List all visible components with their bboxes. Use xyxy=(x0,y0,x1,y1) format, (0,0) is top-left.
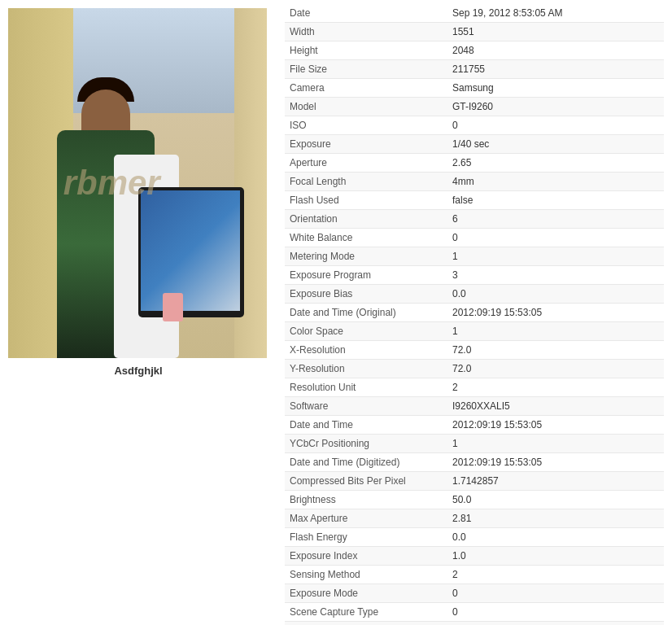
metadata-value: 1.7142857 xyxy=(447,472,664,491)
metadata-value: 0.0 xyxy=(447,528,664,547)
table-row: Resolution Unit2 xyxy=(285,378,664,397)
metadata-label: Exposure Program xyxy=(285,266,447,285)
table-row: Exposure Index1.0 xyxy=(285,547,664,566)
metadata-value: 2 xyxy=(447,378,664,397)
metadata-value: 211755 xyxy=(447,60,664,79)
metadata-label: Date xyxy=(285,4,447,23)
metadata-label: Height xyxy=(285,42,447,60)
metadata-value: 72.0 xyxy=(447,341,664,360)
metadata-value: 4mm xyxy=(447,173,664,191)
table-row: Exposure1/40 sec xyxy=(285,135,664,154)
metadata-label: Date and Time (Digitized) xyxy=(285,453,447,472)
metadata-label: ISO xyxy=(285,116,447,135)
metadata-label: Max Aperture xyxy=(285,509,447,528)
table-row: SoftwareI9260XXALI5 xyxy=(285,397,664,416)
left-panel: rbmer Asdfghjkl xyxy=(0,0,277,625)
table-row: Date and Time (Digitized)2012:09:19 15:5… xyxy=(285,453,664,472)
metadata-label: Flash Used xyxy=(285,191,447,210)
table-row: Date and Time (Original)2012:09:19 15:53… xyxy=(285,304,664,322)
metadata-label: White Balance xyxy=(285,229,447,247)
table-row: Orientation6 xyxy=(285,210,664,229)
table-row: DateSep 19, 2012 8:53:05 AM xyxy=(285,4,664,23)
metadata-value: 1 xyxy=(447,247,664,266)
table-row: Max Aperture2.81 xyxy=(285,509,664,528)
table-row: Y-Resolution72.0 xyxy=(285,360,664,378)
metadata-value: GT-I9260 xyxy=(447,98,664,116)
metadata-label: Exposure Mode xyxy=(285,584,447,603)
metadata-value: 2.81 xyxy=(447,509,664,528)
metadata-value: 1.0 xyxy=(447,547,664,566)
photo-placeholder: rbmer xyxy=(8,8,267,358)
table-row: Date and Time2012:09:19 15:53:05 xyxy=(285,416,664,435)
metadata-label: YCbCr Positioning xyxy=(285,435,447,453)
metadata-value: 0 xyxy=(447,116,664,135)
metadata-label: Resolution Unit xyxy=(285,378,447,397)
metadata-label: Orientation xyxy=(285,210,447,229)
table-row: Scene Capture Type0 xyxy=(285,603,664,622)
metadata-value: 6 xyxy=(447,210,664,229)
table-row: ModelGT-I9260 xyxy=(285,98,664,116)
metadata-label: Exposure xyxy=(285,135,447,154)
metadata-value: 2012:09:19 15:53:05 xyxy=(447,416,664,435)
table-row: Metering Mode1 xyxy=(285,247,664,266)
metadata-value: 50.0 xyxy=(447,491,664,509)
metadata-label: Exposure Index xyxy=(285,547,447,566)
right-panel: DateSep 19, 2012 8:53:05 AMWidth1551Heig… xyxy=(277,0,672,625)
table-row: X-Resolution72.0 xyxy=(285,341,664,360)
metadata-label: Compressed Bits Per Pixel xyxy=(285,472,447,491)
metadata-value: 2048 xyxy=(447,42,664,60)
table-row: YCbCr Positioning1 xyxy=(285,435,664,453)
table-row: Brightness50.0 xyxy=(285,491,664,509)
metadata-value: 2 xyxy=(447,566,664,584)
table-row: Color Space1 xyxy=(285,322,664,341)
metadata-label: Date and Time (Original) xyxy=(285,304,447,322)
metadata-value: 1 xyxy=(447,435,664,453)
table-row: Contrast0 xyxy=(285,622,664,626)
metadata-value: 1 xyxy=(447,322,664,341)
metadata-value: 3 xyxy=(447,266,664,285)
table-row: Aperture2.65 xyxy=(285,154,664,173)
table-row: CameraSamsung xyxy=(285,79,664,98)
table-row: Focal Length4mm xyxy=(285,173,664,191)
metadata-label: Focal Length xyxy=(285,173,447,191)
metadata-label: Y-Resolution xyxy=(285,360,447,378)
metadata-value: 1551 xyxy=(447,23,664,42)
metadata-value: false xyxy=(447,191,664,210)
table-row: Flash Energy0.0 xyxy=(285,528,664,547)
metadata-label: File Size xyxy=(285,60,447,79)
table-row: White Balance0 xyxy=(285,229,664,247)
table-row: Exposure Program3 xyxy=(285,266,664,285)
table-row: ISO0 xyxy=(285,116,664,135)
metadata-label: Scene Capture Type xyxy=(285,603,447,622)
metadata-label: Date and Time xyxy=(285,416,447,435)
table-row: Exposure Bias0.0 xyxy=(285,285,664,304)
metadata-value: 0 xyxy=(447,584,664,603)
table-row: Height2048 xyxy=(285,42,664,60)
metadata-label: Exposure Bias xyxy=(285,285,447,304)
metadata-label: Flash Energy xyxy=(285,528,447,547)
metadata-value: 2012:09:19 15:53:05 xyxy=(447,304,664,322)
metadata-label: Software xyxy=(285,397,447,416)
metadata-value: 0 xyxy=(447,229,664,247)
metadata-label: Model xyxy=(285,98,447,116)
table-row: Width1551 xyxy=(285,23,664,42)
metadata-value: 2.65 xyxy=(447,154,664,173)
metadata-value: 72.0 xyxy=(447,360,664,378)
metadata-value: 1/40 sec xyxy=(447,135,664,154)
metadata-label: Color Space xyxy=(285,322,447,341)
metadata-label: Brightness xyxy=(285,491,447,509)
metadata-table: DateSep 19, 2012 8:53:05 AMWidth1551Heig… xyxy=(285,4,664,625)
metadata-label: X-Resolution xyxy=(285,341,447,360)
metadata-label: Aperture xyxy=(285,154,447,173)
metadata-value: Samsung xyxy=(447,79,664,98)
table-row: File Size211755 xyxy=(285,60,664,79)
table-row: Sensing Method2 xyxy=(285,566,664,584)
metadata-label: Sensing Method xyxy=(285,566,447,584)
metadata-value: 0.0 xyxy=(447,285,664,304)
metadata-label: Contrast xyxy=(285,622,447,626)
metadata-label: Width xyxy=(285,23,447,42)
main-container: rbmer Asdfghjkl DateSep 19, 2012 8:53:05… xyxy=(0,0,672,625)
metadata-value: 2012:09:19 15:53:05 xyxy=(447,453,664,472)
metadata-label: Metering Mode xyxy=(285,247,447,266)
metadata-value: 0 xyxy=(447,622,664,626)
